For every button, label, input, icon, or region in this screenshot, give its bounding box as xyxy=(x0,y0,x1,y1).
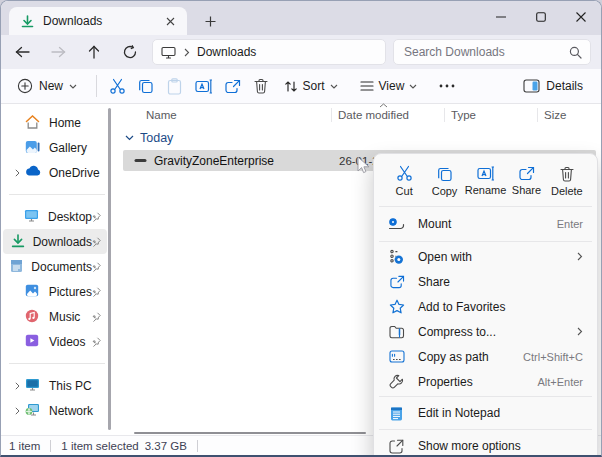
downloads-icon xyxy=(21,15,34,28)
menu-item-compress-to[interactable]: Compress to... xyxy=(378,319,593,344)
close-button[interactable] xyxy=(561,1,601,33)
delete-icon xyxy=(560,166,574,182)
network-icon xyxy=(25,403,41,419)
cut-icon xyxy=(396,165,413,182)
column-divider[interactable] xyxy=(331,108,332,122)
copy-menu-button[interactable]: Copy xyxy=(424,160,464,202)
address-bar[interactable]: Downloads xyxy=(152,39,386,65)
sidebar-item-downloads[interactable]: Downloads xyxy=(3,229,107,254)
sidebar-scrollbar[interactable] xyxy=(108,108,111,430)
view-button[interactable]: View xyxy=(352,74,426,98)
column-date-modified[interactable]: Date modified xyxy=(338,109,409,121)
new-tab-button[interactable] xyxy=(199,10,221,32)
sidebar-item-documents[interactable]: Documents xyxy=(3,254,107,279)
menu-item-add-to-favorites[interactable]: Add to Favorites xyxy=(378,294,593,319)
open-with-icon xyxy=(388,248,405,265)
sidebar-item-network[interactable]: Network xyxy=(3,398,107,423)
cut-button[interactable] xyxy=(108,73,127,99)
expand-chevron-icon[interactable] xyxy=(9,407,25,415)
music-icon xyxy=(25,309,41,325)
back-button[interactable] xyxy=(7,38,37,66)
sidebar-item-onedrive[interactable]: OneDrive xyxy=(3,160,107,185)
delete-menu-button[interactable]: Delete xyxy=(547,160,587,202)
menu-item-edit-in-notepad[interactable]: Edit in Notepad xyxy=(378,399,593,427)
maximize-button[interactable] xyxy=(521,1,561,33)
up-button[interactable] xyxy=(79,38,109,66)
quick-actions-row: Cut Copy Rename Share Delete xyxy=(378,158,593,204)
sidebar-item-this-pc[interactable]: This PC xyxy=(3,373,107,398)
selection-size: 3.37 GB xyxy=(145,440,187,452)
mount-icon xyxy=(388,216,405,233)
sidebar-item-music[interactable]: Music xyxy=(3,304,107,329)
menu-separator xyxy=(379,396,592,397)
tab-downloads[interactable]: Downloads xyxy=(9,7,187,35)
rename-icon xyxy=(477,166,495,181)
sidebar-item-videos[interactable]: Videos xyxy=(3,329,107,354)
sidebar-item-home[interactable]: Home xyxy=(3,110,107,135)
tab-close-icon[interactable] xyxy=(161,12,179,30)
menu-item-properties[interactable]: Properties Alt+Enter xyxy=(378,369,593,394)
star-icon xyxy=(388,298,405,315)
copy-icon xyxy=(437,166,453,182)
delete-button[interactable] xyxy=(252,73,271,99)
sort-button[interactable]: Sort xyxy=(276,74,346,98)
command-bar: New Sort Vi xyxy=(1,69,601,104)
submenu-chevron-icon xyxy=(577,252,583,261)
expand-chevron-icon[interactable] xyxy=(9,382,25,390)
column-divider[interactable] xyxy=(537,108,538,122)
mouse-cursor xyxy=(357,156,370,175)
cut-menu-button[interactable]: Cut xyxy=(384,160,424,202)
details-pane-button[interactable]: Details xyxy=(515,74,591,98)
file-explorer-window: Downloads xyxy=(0,0,602,457)
properties-icon xyxy=(388,373,405,390)
column-type[interactable]: Type xyxy=(451,109,476,121)
refresh-button[interactable] xyxy=(115,38,145,66)
tab-title: Downloads xyxy=(43,14,102,28)
new-button[interactable]: New xyxy=(8,73,86,99)
menu-item-open-with[interactable]: Open with xyxy=(378,244,593,269)
share-icon xyxy=(518,166,535,181)
copy-as-path-icon xyxy=(388,348,405,365)
forward-button xyxy=(43,38,73,66)
rename-button[interactable] xyxy=(194,73,213,99)
rename-menu-button[interactable]: Rename xyxy=(465,160,507,202)
search-box[interactable] xyxy=(393,39,591,65)
menu-item-share[interactable]: Share xyxy=(378,269,593,294)
share-menu-button[interactable]: Share xyxy=(506,160,546,202)
share-button[interactable] xyxy=(223,73,242,99)
disc-image-icon xyxy=(134,158,147,163)
group-header-today[interactable]: Today xyxy=(125,131,173,145)
copy-button[interactable] xyxy=(137,73,156,99)
pin-icon xyxy=(92,337,101,347)
toolbar-divider xyxy=(96,75,97,97)
sort-ascending-icon xyxy=(379,103,388,108)
notepad-icon xyxy=(388,405,405,422)
sidebar-item-pictures[interactable]: Pictures xyxy=(3,279,107,304)
menu-item-mount[interactable]: Mount Enter xyxy=(378,209,593,239)
sidebar: Home Gallery OneDrive xyxy=(1,104,119,438)
videos-icon xyxy=(25,334,41,350)
see-more-button[interactable] xyxy=(431,79,463,93)
this-pc-icon xyxy=(161,46,176,59)
navigation-bar: Downloads xyxy=(1,35,601,69)
gallery-icon xyxy=(25,140,41,156)
menu-item-show-more-options[interactable]: Show more options xyxy=(378,432,593,457)
sidebar-item-gallery[interactable]: Gallery xyxy=(3,135,107,160)
menu-separator xyxy=(379,429,592,430)
sidebar-item-desktop[interactable]: Desktop xyxy=(3,204,107,229)
submenu-chevron-icon xyxy=(577,327,583,336)
selection-count: 1 item selected xyxy=(61,440,138,452)
menu-item-copy-as-path[interactable]: Copy as path Ctrl+Shift+C xyxy=(378,344,593,369)
status-divider xyxy=(197,440,198,452)
search-input[interactable] xyxy=(402,44,569,60)
column-name[interactable]: Name xyxy=(146,109,177,121)
expand-chevron-icon[interactable] xyxy=(9,169,25,177)
pin-icon xyxy=(92,237,101,247)
horizontal-scrollbar[interactable] xyxy=(134,432,366,434)
column-divider[interactable] xyxy=(444,108,445,122)
column-size[interactable]: Size xyxy=(544,109,566,121)
breadcrumb-current[interactable]: Downloads xyxy=(197,45,256,59)
command-bar-right: Sort View Details xyxy=(276,74,602,98)
minimize-button[interactable] xyxy=(481,1,521,33)
collapse-chevron-icon xyxy=(125,135,134,141)
